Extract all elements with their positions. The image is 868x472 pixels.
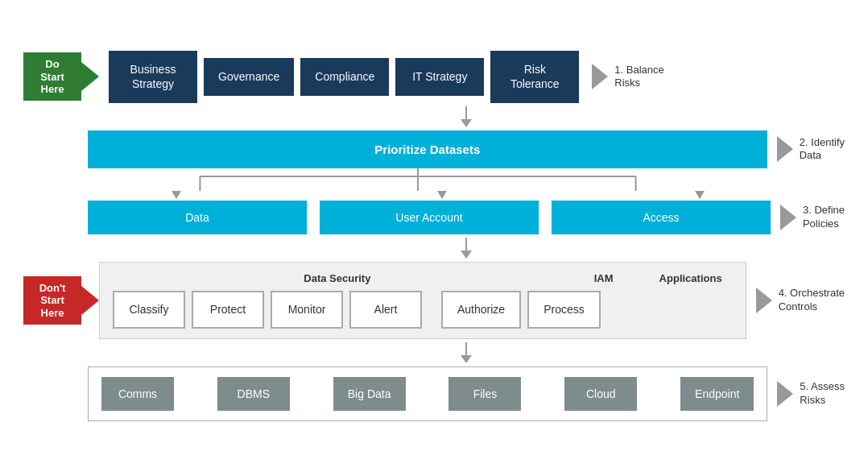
chevron-4 bbox=[756, 288, 772, 313]
dark-box-it-strategy: IT Strategy bbox=[395, 58, 484, 95]
svg-marker-8 bbox=[172, 191, 181, 199]
big-data-box: Big Data bbox=[333, 377, 406, 411]
row-3: Data User Account Access 3. DefinePolici… bbox=[23, 201, 845, 234]
prioritize-row-inner: Prioritize Datasets bbox=[88, 130, 767, 169]
row-2: Prioritize Datasets 2. IdentifyData bbox=[23, 130, 845, 169]
data-security-wrapper: Data Security IAM Applications Classify … bbox=[99, 262, 746, 338]
classify-box: Classify bbox=[113, 291, 185, 328]
top-boxes-group: Business Strategy Governance Compliance … bbox=[105, 51, 582, 102]
monitor-box: Monitor bbox=[271, 291, 343, 328]
bottom-section: Comms DBMS Big Data Files Cloud Endpoint bbox=[88, 366, 767, 421]
arrow-4-5 bbox=[88, 342, 845, 363]
side-label-1: 1. BalanceRisks bbox=[592, 64, 663, 91]
iam-label: IAM bbox=[562, 272, 646, 284]
section-headers: Data Security IAM Applications bbox=[113, 272, 733, 284]
side-label-4: 4. OrchestrateControls bbox=[756, 287, 845, 314]
dbms-box: DBMS bbox=[217, 377, 290, 411]
v-arrow-2 bbox=[461, 238, 472, 259]
dark-box-risk-tolerance: Risk Tolerance bbox=[490, 51, 579, 102]
bottom-section-wrapper: Comms DBMS Big Data Files Cloud Endpoint bbox=[88, 366, 767, 421]
dark-box-business-strategy: Business Strategy bbox=[109, 51, 197, 102]
prioritize-box: Prioritize Datasets bbox=[88, 130, 767, 169]
chevron-3 bbox=[780, 205, 796, 230]
chevron-5 bbox=[777, 381, 793, 407]
side-label-3: 3. DefinePolicies bbox=[780, 204, 845, 231]
side-text-2: 2. IdentifyData bbox=[800, 136, 845, 164]
side-text-4: 4. OrchestrateControls bbox=[779, 287, 845, 314]
authorize-box: Authorize bbox=[441, 291, 521, 328]
side-label-2: 2. IdentifyData bbox=[777, 136, 845, 164]
comms-box: Comms bbox=[101, 377, 174, 411]
cloud-box: Cloud bbox=[564, 377, 637, 411]
do-start-here: DoStartHere bbox=[23, 52, 81, 101]
dont-start-here: Don'tStartHere bbox=[23, 276, 81, 325]
data-security-label: Data Security bbox=[113, 272, 562, 284]
side-text-3: 3. DefinePolicies bbox=[803, 204, 845, 231]
branch-svg bbox=[88, 168, 748, 201]
v-arrowhead-3 bbox=[461, 355, 472, 363]
dark-box-governance: Governance bbox=[204, 58, 294, 95]
start-arrow bbox=[81, 62, 99, 91]
arrow-1-2 bbox=[88, 106, 845, 127]
v-line-3 bbox=[465, 342, 467, 355]
process-box: Process bbox=[527, 291, 601, 328]
user-account-box: User Account bbox=[320, 201, 539, 234]
row-4: Don'tStartHere Data Security IAM Applica… bbox=[23, 262, 845, 338]
row-1: DoStartHere Business Strategy Governance… bbox=[23, 51, 845, 102]
row-5: Comms DBMS Big Data Files Cloud Endpoint… bbox=[23, 366, 845, 421]
alert-box: Alert bbox=[349, 291, 422, 328]
branch-area bbox=[23, 168, 845, 204]
data-security-section: Data Security IAM Applications Classify … bbox=[99, 262, 746, 338]
security-boxes-row: Classify Protect Monitor Alert Authorize… bbox=[113, 291, 733, 328]
protect-box: Protect bbox=[192, 291, 264, 328]
side-text-1: 1. BalanceRisks bbox=[614, 64, 663, 91]
diagram: DoStartHere Business Strategy Governance… bbox=[23, 43, 845, 429]
v-arrow-1 bbox=[461, 106, 472, 127]
v-line-2 bbox=[465, 238, 467, 250]
chevron-1 bbox=[592, 64, 608, 89]
policy-boxes: Data User Account Access bbox=[88, 201, 771, 234]
svg-marker-9 bbox=[437, 191, 447, 199]
v-line bbox=[465, 106, 467, 119]
access-box: Access bbox=[552, 201, 771, 234]
v-arrow-3 bbox=[461, 342, 472, 363]
bottom-boxes-row: Comms DBMS Big Data Files Cloud Endpoint bbox=[101, 377, 754, 411]
v-arrowhead bbox=[461, 119, 472, 127]
dark-box-compliance: Compliance bbox=[300, 58, 389, 95]
v-arrowhead-2 bbox=[461, 250, 472, 259]
data-box: Data bbox=[88, 201, 307, 234]
apps-label: Applications bbox=[649, 272, 733, 284]
dont-start-arrow bbox=[81, 286, 99, 315]
svg-marker-10 bbox=[695, 191, 705, 199]
side-text-5: 5. AssessRisks bbox=[800, 380, 845, 408]
arrow-3-4 bbox=[88, 238, 845, 259]
chevron-2 bbox=[777, 136, 793, 162]
endpoint-box: Endpoint bbox=[680, 377, 754, 411]
side-label-5: 5. AssessRisks bbox=[777, 380, 845, 408]
files-box: Files bbox=[448, 377, 521, 411]
